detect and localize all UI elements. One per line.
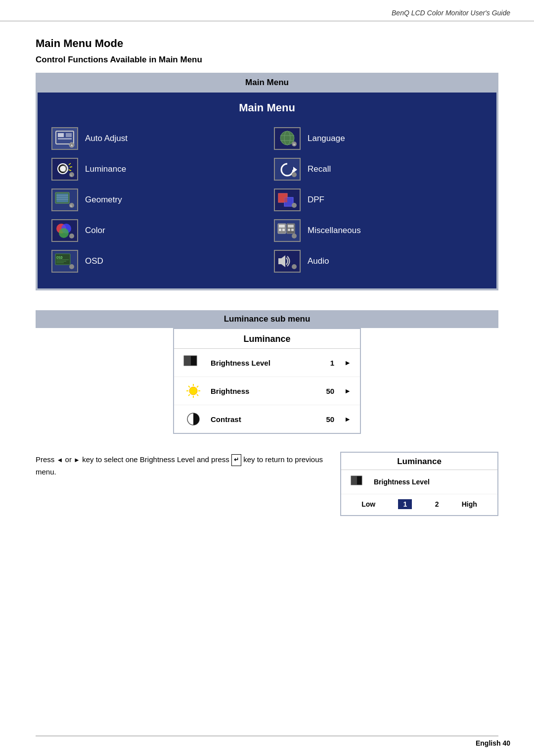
sub-menu-item-brightness-level[interactable]: Brightness Level 1 ► <box>174 349 360 377</box>
menu-item-recall[interactable]: Recall <box>272 154 485 185</box>
main-menu-bar: Main Menu <box>37 74 497 92</box>
sub-item-contrast-label: Contrast <box>211 415 319 424</box>
svg-line-62 <box>197 394 198 396</box>
sub-menu-item-contrast[interactable]: Contrast 50 ► <box>174 405 360 433</box>
menu-item-osd[interactable]: OSD OSD <box>49 246 262 277</box>
svg-point-53 <box>292 264 297 269</box>
auto-adjust-label: Auto Adjust <box>85 134 128 143</box>
svg-line-15 <box>69 163 71 165</box>
section-subtitle: Control Functions Available in Main Menu <box>36 55 498 65</box>
svg-rect-67 <box>351 476 357 485</box>
bl-icon <box>350 474 369 490</box>
svg-rect-40 <box>282 229 285 231</box>
luminance-section: Luminance sub menu Luminance Brightness … <box>36 310 498 434</box>
language-label: Language <box>308 134 345 143</box>
svg-rect-55 <box>184 356 191 366</box>
color-label: Color <box>85 226 105 236</box>
svg-rect-43 <box>288 229 290 231</box>
menu-item-language[interactable]: M Language <box>272 123 485 154</box>
bl-box-title: Luminance <box>341 453 497 470</box>
press-text: Press <box>36 455 54 464</box>
svg-line-61 <box>188 386 190 387</box>
svg-point-56 <box>189 387 197 395</box>
svg-text:OSD: OSD <box>56 256 63 260</box>
main-menu-inner: Main Menu A Auto Adjust <box>38 93 496 288</box>
instruction-text: Press ◄ or ► key to select one Brightnes… <box>36 452 325 478</box>
luminance-icon: L <box>51 158 78 181</box>
svg-marker-52 <box>278 255 285 267</box>
svg-point-36 <box>69 234 74 238</box>
brightness-level-box: Luminance Brightness Level Low 1 <box>340 452 498 516</box>
svg-text:G: G <box>70 204 72 207</box>
brightness-arrow: ► <box>344 387 351 395</box>
svg-marker-20 <box>293 167 297 173</box>
svg-rect-44 <box>291 229 294 231</box>
main-menu-title: Main Menu <box>49 101 485 114</box>
menu-item-misc[interactable]: Miscellaneous <box>272 215 485 246</box>
audio-label: Audio <box>308 256 329 266</box>
scale-low: Low <box>361 500 375 508</box>
bl-scale-row: Low 1 2 High <box>341 494 497 515</box>
menu-item-auto-adjust[interactable]: A Auto Adjust <box>49 123 262 154</box>
svg-text:M: M <box>293 143 295 146</box>
misc-label: Miscellaneous <box>308 226 361 236</box>
page-title: Main Menu Mode <box>36 37 498 50</box>
brightness-level-arrow: ► <box>344 359 351 367</box>
left-arrow-key: ◄ <box>57 455 63 466</box>
menu-item-luminance[interactable]: L Luminance <box>49 154 262 185</box>
sub-menu-item-brightness[interactable]: Brightness 50 ► <box>174 377 360 405</box>
svg-point-14 <box>61 165 68 172</box>
audio-icon <box>274 250 301 273</box>
svg-rect-39 <box>279 229 281 231</box>
svg-rect-38 <box>279 225 285 228</box>
brightness-icon <box>183 382 204 400</box>
svg-line-63 <box>197 386 198 387</box>
luminance-sub-menu-bar: Luminance sub menu <box>36 310 498 328</box>
svg-rect-3 <box>58 138 72 140</box>
scale-high: High <box>462 500 477 508</box>
osd-icon: OSD <box>51 250 78 273</box>
luminance-label: Luminance <box>85 164 126 174</box>
menu-item-geometry[interactable]: G Geometry <box>49 185 262 215</box>
svg-point-45 <box>292 234 297 238</box>
recall-icon <box>274 158 301 181</box>
svg-line-17 <box>69 170 71 171</box>
svg-rect-23 <box>56 193 68 202</box>
menu-grid: A Auto Adjust M <box>49 123 485 277</box>
right-arrow-key: ► <box>74 455 80 466</box>
bl-label: Brightness Level <box>374 478 430 486</box>
sub-menu-outer: Luminance Brightness Level 1 ► <box>36 328 498 434</box>
key-text2: key to select one Brightness Level and p… <box>82 455 231 464</box>
svg-text:L: L <box>71 174 72 177</box>
sub-item-brightness-level-value: 1 <box>330 359 334 367</box>
menu-item-audio[interactable]: Audio <box>272 246 485 277</box>
osd-label: OSD <box>85 256 103 266</box>
dpf-label: DPF <box>308 195 324 205</box>
svg-point-32 <box>292 203 297 208</box>
sub-menu-title: Luminance <box>174 329 360 349</box>
contrast-arrow: ► <box>344 415 351 423</box>
svg-point-51 <box>69 264 74 269</box>
svg-rect-0 <box>56 131 74 144</box>
sub-item-brightness-level-label: Brightness Level <box>211 359 323 367</box>
brightness-level-icon <box>183 354 204 372</box>
sub-item-brightness-label: Brightness <box>211 387 319 395</box>
auto-adjust-icon: A <box>51 127 78 150</box>
main-menu-section: Main Menu Main Menu A <box>36 73 498 290</box>
bl-row: Brightness Level <box>341 470 497 494</box>
recall-label: Recall <box>308 164 331 174</box>
menu-item-color[interactable]: Color <box>49 215 262 246</box>
svg-point-35 <box>59 228 69 238</box>
dpf-icon <box>274 189 301 211</box>
page-footer: English 40 <box>476 739 510 747</box>
language-icon: M <box>274 127 301 150</box>
svg-rect-1 <box>58 133 64 137</box>
sub-item-contrast-value: 50 <box>326 415 334 424</box>
menu-item-dpf[interactable]: DPF <box>272 185 485 215</box>
svg-rect-2 <box>66 133 72 137</box>
svg-line-64 <box>188 394 190 396</box>
bottom-section: Press ◄ or ► key to select one Brightnes… <box>36 452 498 516</box>
bottom-rule <box>36 736 498 736</box>
svg-text:A: A <box>71 144 73 147</box>
contrast-icon <box>183 410 204 428</box>
